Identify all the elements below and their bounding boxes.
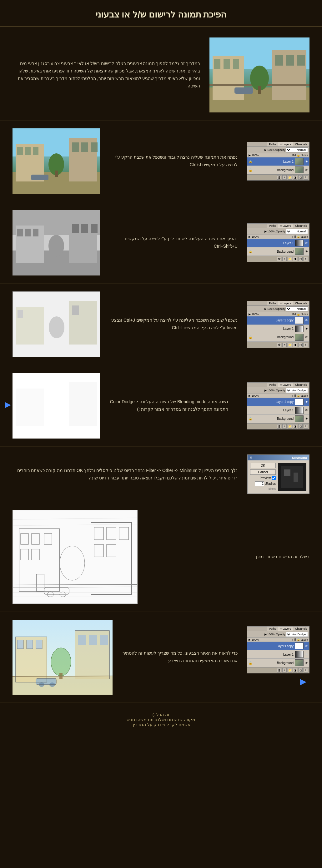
add-style-btn-3[interactable]: f: [303, 343, 308, 347]
layers-tab-1[interactable]: Layers ×: [278, 142, 293, 147]
channels-tab-3[interactable]: Channels: [293, 301, 309, 306]
opacity-arrow-7[interactable]: ▶: [264, 633, 267, 636]
opacity-arrow-4[interactable]: ▶: [264, 389, 267, 392]
adj-btn-2[interactable]: ◑: [293, 257, 297, 261]
layer-visibility-bg-s3[interactable]: 👁: [305, 336, 308, 339]
adj-btn-4[interactable]: ◑: [293, 424, 297, 429]
radius-label: Radius:: [265, 482, 276, 485]
filter-cancel-button[interactable]: Cancel: [250, 469, 276, 475]
paths-tab-3[interactable]: Paths: [267, 301, 278, 306]
layer-item-bg-s2[interactable]: 👁 Background 🔒: [247, 247, 309, 256]
adj-btn-7[interactable]: ◑: [293, 668, 297, 673]
filter-preview-checkbox[interactable]: [272, 476, 276, 480]
lock-icon-1[interactable]: 🔒: [297, 154, 300, 157]
lock-icon-3[interactable]: 🔒: [297, 313, 300, 316]
delete-layer-btn-3[interactable]: 🗑: [277, 343, 281, 347]
layer-item-l1-s4[interactable]: 👁 Layer 1: [247, 406, 309, 415]
filter-close-icon[interactable]: ✕: [250, 456, 252, 460]
opacity-arrow-1[interactable]: ▶: [264, 148, 267, 152]
blend-mode-select-4[interactable]: Color Dodge: [286, 388, 308, 393]
layer-visibility-1[interactable]: 👁: [305, 160, 308, 163]
radius-input[interactable]: [255, 481, 264, 486]
layer-visibility-bg-s7[interactable]: 👁: [305, 661, 308, 665]
layer-item-bg-s7[interactable]: 👁 Background 🔒: [247, 659, 309, 667]
layer-item-layer1[interactable]: 👁 Layer 1 🔒: [247, 157, 309, 166]
new-layer-btn-7[interactable]: +: [282, 668, 287, 673]
add-style-btn-2[interactable]: f: [303, 257, 308, 261]
new-layer-btn-3[interactable]: +: [282, 343, 287, 347]
layer-item-layer1-s3[interactable]: 👁 Layer 1: [247, 325, 309, 333]
folder-btn-1[interactable]: 📁: [288, 175, 292, 180]
lock-icon-2[interactable]: 🔒: [297, 235, 300, 238]
blend-mode-select-3[interactable]: Normal: [286, 306, 308, 311]
blend-mode-select-7[interactable]: Color Dodge: [286, 632, 308, 637]
svg-rect-23: [91, 143, 97, 152]
add-style-btn-1[interactable]: f: [303, 175, 308, 180]
layers-tab-4[interactable]: Layers ×: [278, 383, 293, 387]
layers-tab-2[interactable]: Layers ×: [278, 224, 293, 228]
folder-btn-4[interactable]: 📁: [288, 424, 292, 429]
opacity-arrow-2[interactable]: ▶: [264, 230, 267, 233]
channels-tab-1[interactable]: Channels: [293, 142, 309, 147]
step-2-section: Channels Layers × Paths Normal Opacity: …: [0, 202, 322, 284]
folder-btn-7[interactable]: 📁: [288, 668, 292, 673]
blend-mode-select-2[interactable]: Normal: [286, 229, 308, 234]
layer-visibility-bg-s4[interactable]: 👁: [305, 417, 308, 421]
delete-layer-btn-1[interactable]: 🗑: [277, 175, 281, 180]
layer-visibility-bg1[interactable]: 👁: [305, 168, 308, 172]
delete-layer-btn-4[interactable]: 🗑: [277, 424, 281, 429]
folder-btn-2[interactable]: 📁: [288, 257, 292, 261]
lock-icon-4[interactable]: 🔒: [297, 394, 300, 397]
lock-icon-7[interactable]: 🔒: [297, 638, 300, 641]
mask-btn-3[interactable]: ◻: [298, 343, 303, 347]
mask-btn-7[interactable]: ◻: [298, 668, 303, 673]
adj-btn-3[interactable]: ◑: [293, 343, 297, 347]
add-style-btn-7[interactable]: f: [303, 668, 308, 673]
layer-item-copy-s4[interactable]: 👁 Layer 1 copy: [247, 398, 309, 406]
delete-layer-btn-2[interactable]: 🗑: [277, 257, 281, 261]
mask-btn-2[interactable]: ◻: [298, 257, 303, 261]
layers-tabs-1: Channels Layers × Paths: [247, 142, 309, 147]
adj-btn-1[interactable]: ◑: [293, 175, 297, 180]
layer-item-bg-s3[interactable]: 👁 Background 🔒: [247, 333, 309, 342]
paths-tab-2[interactable]: Paths: [267, 224, 278, 228]
layer-item-copy-s3[interactable]: 👁 Layer 1 copy: [247, 316, 309, 325]
layer-visibility-bg-s2[interactable]: 👁: [305, 250, 308, 253]
channels-tab-2[interactable]: Channels: [293, 224, 309, 228]
new-layer-btn-2[interactable]: +: [282, 257, 287, 261]
layers-tabs-7: Channels Layers × Paths: [247, 626, 309, 631]
add-style-btn-4[interactable]: f: [303, 424, 308, 429]
layer-item-background1[interactable]: 👁 Background 🔒: [247, 166, 309, 174]
layer-visibility-copy-s3[interactable]: 👁: [305, 318, 308, 322]
step7-arrow: [247, 678, 310, 688]
layer-item-copy-s7[interactable]: 👁 Layer I copy: [247, 642, 309, 650]
new-layer-btn-1[interactable]: +: [282, 175, 287, 180]
layer-item-l1-s7[interactable]: 👁 Layer 1: [247, 650, 309, 659]
paths-tab-4[interactable]: Paths: [267, 383, 278, 387]
mask-btn-1[interactable]: ◻: [298, 175, 303, 180]
paths-tab-7[interactable]: Paths: [267, 626, 278, 631]
layers-tab-3[interactable]: Layers ×: [278, 301, 293, 306]
layer-name-bg-s2: Background: [254, 250, 294, 253]
layers-tab-7[interactable]: Layers ×: [278, 626, 293, 631]
layer-visibility-l1-s3[interactable]: 👁: [305, 327, 308, 331]
layer-item-bg-s4[interactable]: 👁 Background 🔒: [247, 415, 309, 423]
folder-btn-3[interactable]: 📁: [288, 343, 292, 347]
opacity-arrow-3[interactable]: ▶: [264, 307, 267, 310]
delete-layer-btn-7[interactable]: 🗑: [277, 668, 281, 673]
paths-tab-1[interactable]: Paths: [267, 142, 278, 147]
layer-visibility-l1-s7[interactable]: 👁: [305, 653, 308, 656]
channels-tab-7[interactable]: Channels: [293, 626, 309, 631]
mask-btn-4[interactable]: ◻: [298, 424, 303, 429]
step-5-panel: Minimum ✕ OK Cancel: [247, 455, 310, 494]
blend-mode-select-1[interactable]: Normal: [286, 148, 308, 152]
layer-item-layer1-s2[interactable]: 👁 Layer 1: [247, 239, 309, 247]
layer-visibility-l1-s4[interactable]: 👁: [305, 408, 308, 412]
channels-tab-4[interactable]: Channels: [293, 383, 309, 387]
filter-ok-button[interactable]: OK: [250, 463, 276, 468]
layer-visibility-copy-s4[interactable]: 👁: [305, 400, 308, 404]
new-layer-btn-4[interactable]: +: [282, 424, 287, 429]
opacity-value-7: 100%: [267, 633, 274, 636]
layer-visibility-copy-s7[interactable]: 👁: [305, 644, 308, 648]
layer-visibility-s2[interactable]: 👁: [305, 242, 308, 245]
